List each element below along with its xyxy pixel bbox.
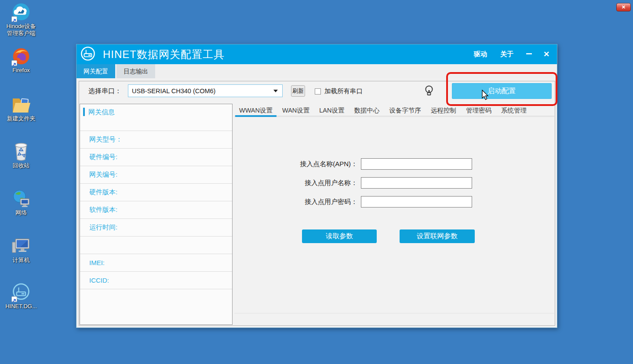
gateway-info-row: 硬件编号: [80,148,232,166]
form-field-label: 接入点用户密码： [234,198,361,206]
gateway-info-row-label: 网关编号: [89,171,117,179]
read-params-button[interactable]: 读取参数 [302,229,377,243]
desktop-icon-recycle-bin[interactable]: 回收站 [0,142,42,169]
main-tab[interactable]: 网关配置 [76,64,115,78]
desktop-icon-computer[interactable]: 计算机 [0,237,42,264]
gateway-info-row-label: 网关型号： [89,135,122,144]
settings-tab[interactable]: WWAN设置 [234,105,277,116]
gateway-info-row-label: IMEI: [89,259,105,266]
form-field-label: 接入点用户名称： [234,179,361,187]
gateway-info-row: 硬件版本: [80,183,232,201]
form-field-input[interactable] [361,177,472,189]
settings-tab[interactable]: 数据中心 [349,105,385,116]
start-config-button[interactable]: 启动配置 [452,83,552,99]
desktop-icon-label: 回收站 [0,162,42,169]
gateway-info-panel: 网关信息 网关型号： 硬件编号: 网关编号: 硬件版本: [80,104,233,325]
desktop-icon-firefox[interactable]: Firefox [0,47,42,74]
firefox-icon [11,47,31,66]
gateway-info-row: ICCID: [80,271,232,289]
app-logo-icon [80,46,95,63]
gateway-info-row-label: ICCID: [89,277,109,284]
desktop-icon-network[interactable]: 网络 [0,189,42,216]
recycle-bin-icon [11,142,31,161]
gateway-info-row: 网关型号： [80,131,232,148]
form-field-input[interactable] [361,158,472,170]
serial-port-value: USB-SERIAL CH340 (COM6) [128,87,273,95]
desktop-close-button[interactable]: ✕ [616,3,631,11]
gateway-info-row: 网关编号: [80,166,232,183]
gateway-info-row-label: 运行时间: [89,223,117,232]
main-tab-bar: 网关配置 日志输出 [76,64,557,78]
hinode-client-icon [11,3,31,22]
shortcut-arrow-icon [11,16,17,22]
desktop-icon-label: 新建文件夹 [0,115,42,122]
desktop-icon-label: 网络 [0,209,42,216]
folder-icon [11,95,31,114]
desktop-icon-hinode-client[interactable]: Hinode设备 管理客户端 [0,3,42,37]
settings-tab[interactable]: 设备字节序 [385,105,426,116]
gateway-info-row: IMEI: [80,254,232,271]
gateway-info-row [80,236,232,254]
desktop-icon-label: 计算机 [0,257,42,264]
desktop-icon-new-folder[interactable]: 新建文件夹 [0,95,42,122]
accent-bar [83,108,85,116]
settings-tab[interactable]: LAN设置 [314,105,349,116]
set-network-params-button[interactable]: 设置联网参数 [400,229,475,243]
gateway-info-row: 软件版本: [80,201,232,218]
window-title: HINET数据网关配置工具 [103,47,225,62]
desktop-icon-label: Firefox [0,67,42,74]
desktop-icon-hinet-dg[interactable]: HINET.DG... [0,283,42,310]
settings-tab[interactable]: 系统管理 [496,105,531,116]
serial-port-select[interactable]: USB-SERIAL CH340 (COM6) [128,84,283,97]
gateway-info-row-label: 软件版本: [89,206,117,214]
refresh-button[interactable]: 刷新 [291,85,305,97]
form-field-input[interactable] [361,196,472,207]
driver-menu[interactable]: 驱动 [467,50,494,58]
form-field-row: 接入点用户密码： [234,196,554,208]
settings-tab[interactable]: 管理密码 [461,105,496,116]
settings-tab-bar: WWAN设置 WAN设置 LAN设置 数据中心 设备字节序 远程控制 管理密码 … [234,105,554,117]
gateway-info-title: 网关信息 [88,108,115,116]
settings-tab[interactable]: WAN设置 [277,105,314,116]
settings-panel: WWAN设置 WAN设置 LAN设置 数据中心 设备字节序 远程控制 管理密码 … [234,105,554,313]
load-all-ports-label: 加载所有串口 [324,87,363,95]
shortcut-arrow-icon [11,60,17,66]
load-all-ports-checkbox[interactable] [315,88,321,95]
window-close-button[interactable]: ✕ [538,50,555,59]
minimize-button[interactable] [520,49,538,57]
hinet-dg-icon [11,283,31,302]
form-field-label: 接入点名称(APN)： [234,160,361,168]
gateway-info-row: 运行时间: [80,218,232,236]
form-field-row: 接入点名称(APN)： [234,158,554,170]
computer-icon [11,237,31,256]
about-menu[interactable]: 关于 [494,50,520,58]
lightbulb-icon[interactable] [424,85,434,99]
app-window: HINET数据网关配置工具 驱动 关于 ✕ 网关配置 日志输出 选择串口： US… [76,44,557,328]
gateway-info-row-label: 硬件版本: [89,188,117,197]
serial-port-label: 选择串口： [88,87,121,95]
network-icon [11,189,31,208]
titlebar: HINET数据网关配置工具 驱动 关于 ✕ [76,44,557,64]
settings-tab[interactable]: 远程控制 [426,105,461,116]
desktop-icon-label: HINET.DG... [0,303,42,310]
chevron-down-icon [273,90,278,92]
form-field-row: 接入点用户名称： [234,177,554,189]
main-tab[interactable]: 日志输出 [116,64,155,78]
desktop: { "desktop": { "icons": [ { "label_line1… [0,0,633,364]
shortcut-arrow-icon [11,296,17,302]
desktop-icon-label: Hinode设备 管理客户端 [0,23,42,37]
gateway-info-filler [80,289,232,324]
gateway-info-header: 网关信息 [80,104,232,131]
gateway-info-row-label: 硬件编号: [89,153,117,161]
